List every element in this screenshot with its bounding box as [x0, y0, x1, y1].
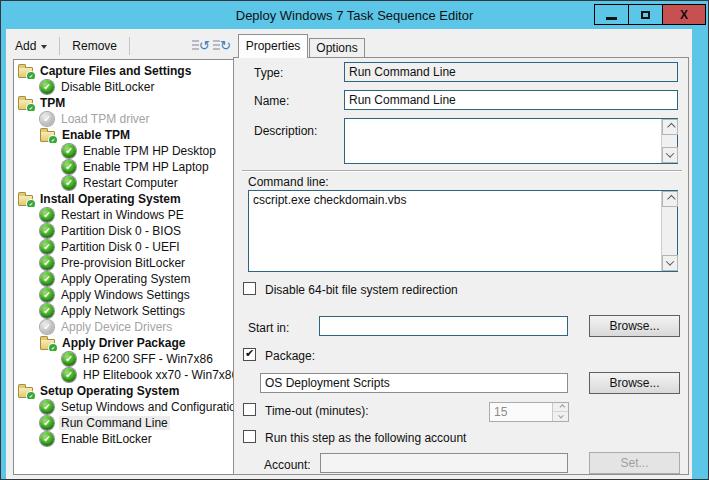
move-down-button[interactable]: ↻ [213, 37, 230, 54]
account-label: Account: [264, 458, 311, 472]
tree-item-label: HP Elitebook xx70 - Win7x86 [81, 368, 233, 382]
tab-properties[interactable]: Properties [238, 34, 308, 58]
minimize-icon [606, 17, 617, 20]
tree-item[interactable]: Apply Device Drivers [14, 319, 233, 335]
tree-item[interactable]: Partition Disk 0 - UEFI [14, 239, 233, 255]
close-button[interactable]: X [662, 4, 706, 25]
tree-item[interactable]: Restart in Windows PE [14, 207, 233, 223]
properties-page: Type: Run Command Line Name: Description… [233, 57, 689, 475]
toolbar-separator [59, 37, 60, 55]
tree-item[interactable]: Enable TPM HP Laptop [14, 159, 233, 175]
step-check-icon [62, 368, 76, 382]
tree-item[interactable]: Apply Network Settings [14, 303, 233, 319]
tree-item-label: HP 6200 SFF - Win7x86 [81, 352, 215, 366]
move-down-icon: ↻ [220, 37, 231, 54]
tree-item-label: Setup Windows and Configuration [59, 400, 233, 414]
step-check-icon [40, 272, 54, 286]
name-input[interactable] [344, 90, 678, 110]
disable-redirect-checkbox[interactable] [243, 282, 256, 295]
tree-item-label: Enable TPM [60, 128, 132, 142]
tree-item-label: Apply Windows Settings [59, 288, 192, 302]
titlebar[interactable]: Deploy Windows 7 Task Sequence Editor X [1, 1, 708, 29]
timeout-label: Time-out (minutes): [265, 404, 369, 418]
tree-item[interactable]: Restart Computer [14, 175, 233, 191]
tree-item[interactable]: Load TPM driver [14, 111, 233, 127]
disable-redirect-label: Disable 64-bit file system redirection [265, 283, 458, 297]
package-label: Package: [265, 349, 315, 363]
toolbar-separator [129, 37, 130, 55]
tree-item[interactable]: Enable TPM HP Desktop [14, 143, 233, 159]
tree-item-label: Partition Disk 0 - BIOS [59, 224, 183, 238]
folder-check-icon [40, 131, 55, 142]
description-scrollbar[interactable] [661, 119, 677, 163]
command-line-scrollbar[interactable] [661, 191, 677, 271]
tree-item[interactable]: Partition Disk 0 - BIOS [14, 223, 233, 239]
tree-item-label: Restart Computer [81, 176, 180, 190]
package-checkbox[interactable] [243, 348, 256, 361]
scroll-up-icon[interactable] [662, 119, 678, 135]
scroll-up-icon[interactable] [662, 191, 678, 207]
step-check-icon [62, 352, 76, 366]
remove-button-label: Remove [72, 39, 117, 53]
maximize-icon [641, 11, 650, 19]
tree-item[interactable]: Run Command Line [14, 415, 233, 431]
scroll-down-icon[interactable] [662, 147, 678, 163]
scroll-down-icon[interactable] [662, 255, 678, 271]
tree-item[interactable]: TPM [14, 95, 233, 111]
description-input[interactable] [345, 119, 660, 163]
tree-item[interactable]: Apply Windows Settings [14, 287, 233, 303]
tree-item-label: Install Operating System [38, 192, 183, 206]
step-check-icon [40, 256, 54, 270]
command-line-label: Command line: [248, 175, 329, 189]
tree-item-label: Capture Files and Settings [38, 64, 193, 78]
tree-item[interactable]: Setup Windows and Configuration [14, 399, 233, 415]
command-line-input[interactable]: cscript.exe checkdomain.vbs [249, 191, 660, 271]
spin-down-icon[interactable] [553, 412, 568, 421]
tree-item[interactable]: Setup Operating System [14, 383, 233, 399]
run-as-label: Run this step as the following account [265, 431, 466, 445]
tree-item[interactable]: Pre-provision BitLocker [14, 255, 233, 271]
name-label: Name: [254, 94, 289, 108]
tree-item[interactable]: HP 6200 SFF - Win7x86 [14, 351, 233, 367]
chevron-down-icon [41, 45, 47, 49]
timeout-value: 15 [494, 405, 507, 419]
tree-item[interactable]: Capture Files and Settings [14, 63, 233, 79]
tree-item[interactable]: HP Elitebook xx70 - Win7x86 [14, 367, 233, 383]
tab-options[interactable]: Options [309, 38, 365, 58]
remove-button[interactable]: Remove [63, 35, 126, 57]
tree-item[interactable]: Apply Driver Package [14, 335, 233, 351]
start-in-browse-button[interactable]: Browse... [589, 315, 680, 337]
step-check-icon [62, 144, 76, 158]
step-check-icon [40, 416, 54, 430]
toolbar: Add Remove ↺ ↻ [6, 32, 234, 59]
step-check-icon [40, 80, 54, 94]
caption-buttons: X [595, 4, 706, 25]
step-check-icon [62, 176, 76, 190]
tree-item-label: Setup Operating System [38, 384, 181, 398]
start-in-label: Start in: [248, 321, 289, 335]
step-check-icon [40, 288, 54, 302]
tree-item-label: Pre-provision BitLocker [59, 256, 187, 270]
maximize-button[interactable] [628, 4, 663, 25]
start-in-input[interactable] [319, 316, 568, 336]
minimize-button[interactable] [594, 4, 629, 25]
move-up-button[interactable]: ↺ [192, 37, 209, 54]
timeout-checkbox[interactable] [243, 403, 256, 416]
run-as-checkbox[interactable] [243, 430, 256, 443]
window-title: Deploy Windows 7 Task Sequence Editor [236, 8, 474, 23]
spin-up-icon[interactable] [553, 403, 568, 412]
tree-item[interactable]: Install Operating System [14, 191, 233, 207]
tree-item[interactable]: Apply Operating System [14, 271, 233, 287]
tree-item[interactable]: Enable BitLocker [14, 431, 233, 447]
package-browse-button[interactable]: Browse... [589, 372, 680, 394]
type-label: Type: [254, 66, 283, 80]
step-check-icon [40, 208, 54, 222]
type-field: Run Command Line [344, 62, 678, 82]
tree-item-label: Restart in Windows PE [59, 208, 186, 222]
add-button-label: Add [15, 39, 36, 53]
section-separator [242, 170, 682, 171]
tree-item[interactable]: Disable BitLocker [14, 79, 233, 95]
close-icon: X [680, 9, 688, 21]
tree-item[interactable]: Enable TPM [14, 127, 233, 143]
add-button[interactable]: Add [6, 35, 56, 57]
